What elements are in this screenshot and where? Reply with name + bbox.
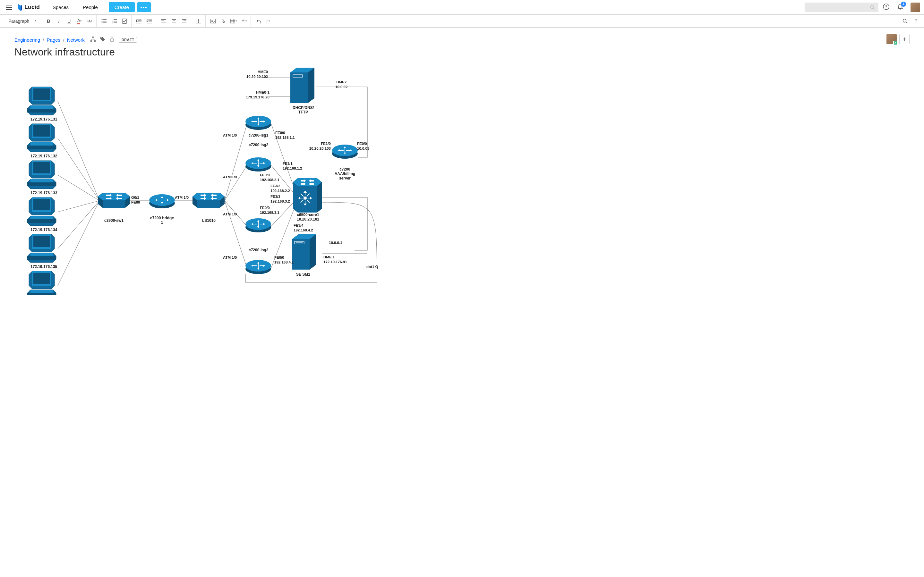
user-avatar[interactable] [911,3,920,12]
nav-people[interactable]: People [76,2,104,13]
edge-fe10: FE1/0 10.20.20.103 [302,141,331,151]
numbered-list-button[interactable]: 123 [110,16,119,26]
image-button[interactable] [208,16,218,26]
align-center-button[interactable] [169,16,179,26]
edge-fe31: FE3/1 192.168.1.2 [283,161,302,171]
svg-point-15 [903,19,906,22]
presence-badge-icon: C [893,41,898,45]
underline-button[interactable]: U [64,16,74,26]
breadcrumb-row: Engineering / Pages / Network DRAFT [15,37,909,43]
c7200-isg4-node[interactable] [246,260,271,274]
aaa-router-node[interactable] [332,145,358,159]
find-button[interactable] [900,16,910,26]
clear-format-button[interactable]: ³A▾ [85,16,94,26]
bullet-list-button[interactable] [99,16,109,26]
create-button[interactable]: Create [109,2,135,12]
tag-icon[interactable] [100,37,105,43]
lucid-logo-icon [17,4,23,11]
edge-fe32: FE3/2 192.168.2.2 [270,184,290,193]
edge-atm-d: ATM 1/0 [223,255,237,260]
edge-fe00-31: FE0/0 192.168.3.1 [260,205,279,215]
more-button[interactable]: ••• [137,2,151,12]
c6500-core-node[interactable] [293,178,322,213]
top-header: Lucid Spaces People Create ••• ? 4 [0,0,924,15]
help-icon[interactable]: ? [880,2,893,13]
svg-point-5 [102,22,103,23]
svg-rect-17 [90,40,92,42]
outdent-button[interactable] [134,16,144,26]
c2900-switch-node[interactable] [98,193,130,208]
c7200-bridge-node[interactable] [149,194,175,208]
lock-icon[interactable] [110,37,114,43]
notifications-icon[interactable]: 4 [894,2,907,13]
logo-text: Lucid [24,4,40,11]
c7200-isg1-node[interactable] [246,116,271,130]
svg-rect-10 [196,19,198,23]
edge-atm-c: ATM 1/0 [223,212,237,217]
svg-rect-11 [199,19,201,23]
pc-node-4[interactable] [27,197,56,226]
pc-node-5[interactable] [27,234,56,263]
add-collaborator-button[interactable]: + [899,34,909,44]
link-button[interactable] [218,16,228,26]
text-color-button[interactable]: A ▾ [74,16,84,26]
edge-fe33: FE3/3 192.168.3.2 [270,194,290,204]
isg2-label: c7200-isg2 [249,143,268,147]
svg-line-27 [58,101,99,201]
menu-icon[interactable] [4,3,14,12]
insert-button[interactable]: +▾ [239,16,249,26]
breadcrumb-pages[interactable]: Pages [47,37,61,43]
sesm-server-node[interactable] [292,234,316,269]
ls1010-label: LS1010 [202,218,216,223]
dhcp-server-node[interactable] [290,68,314,103]
svg-point-3 [102,19,103,20]
pc-node-3[interactable] [27,161,56,189]
core-label: c6500-core1 10.20.20.101 [292,213,324,221]
svg-rect-14 [230,19,235,23]
edge-atm-b: ATM 1/0 [223,175,237,179]
pc3-ip-label: 172.19.176.133 [31,191,57,195]
layout-button[interactable] [194,16,204,26]
logo[interactable]: Lucid [17,4,40,11]
nav-spaces[interactable]: Spaces [46,2,75,13]
edge-hme2: HME2 10.0.02 [335,80,347,89]
search-input[interactable] [804,3,879,12]
indent-button[interactable] [144,16,154,26]
edge-atm-a: ATM 1/0 [223,133,237,138]
align-left-button[interactable] [159,16,168,26]
network-diagram[interactable]: 172.19.176.131 172.19.176.132 172.19.176… [15,64,447,295]
pc2-ip-label: 172.19.176.132 [31,154,57,158]
paragraph-dropdown[interactable]: Paragraph [5,17,39,26]
svg-rect-12 [210,19,216,23]
italic-button[interactable]: I [54,16,63,26]
table-button[interactable]: ▾ [229,16,238,26]
task-list-button[interactable] [120,16,129,26]
aaa-label: c7200 AAA/billing server [332,167,358,181]
pc-node-2[interactable] [27,124,56,152]
svg-line-30 [58,201,99,212]
search-icon [870,5,875,10]
undo-button[interactable] [254,16,263,26]
c2900-label: c2900-sw1 [104,218,124,223]
presence-avatar[interactable]: C [887,34,897,44]
redo-button[interactable] [264,16,273,26]
svg-rect-9 [122,19,127,23]
breadcrumb-network[interactable]: Network [67,37,85,43]
pc5-ip-label: 172.19.176.135 [31,264,57,269]
c7200-isg3-node[interactable] [246,218,271,232]
c7200-isg2-node[interactable] [246,157,271,171]
breadcrumb-engineering[interactable]: Engineering [15,37,40,43]
ls1010-node[interactable] [192,193,225,208]
notification-badge: 4 [901,2,906,7]
svg-line-28 [58,138,99,201]
bold-button[interactable]: B [44,16,53,26]
pc-node-6[interactable] [27,271,56,295]
pc-node-1[interactable] [27,87,56,115]
toolbar-help-button[interactable]: ? [911,16,921,26]
hierarchy-icon[interactable] [90,37,95,43]
edge-hme1: HME 1 172.10.176.91 [323,255,347,264]
align-right-button[interactable] [179,16,189,26]
edge-g01: G0/1 FE00 [131,195,140,205]
pc4-ip-label: 172.19.176.134 [31,227,57,232]
breadcrumbs: Engineering / Pages / Network [15,37,85,43]
